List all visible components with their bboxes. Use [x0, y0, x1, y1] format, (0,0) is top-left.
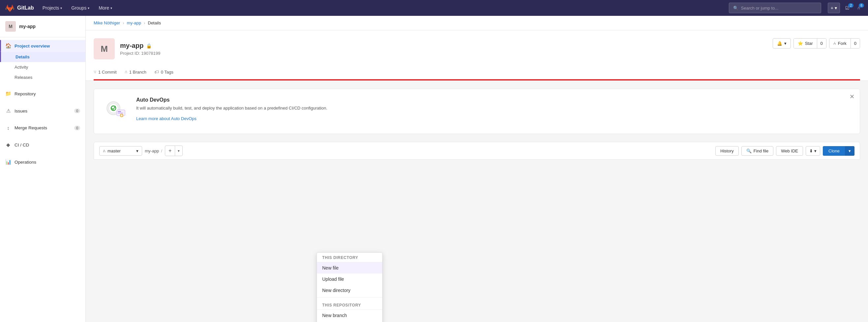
banner-illustration [102, 98, 128, 125]
breadcrumb-current: Details [148, 21, 161, 25]
project-title-row: M my-app 🔒 Project ID: 19078199 🔔 ▾ [94, 38, 860, 59]
sidebar-sub-item-activity[interactable]: Activity [0, 62, 85, 72]
download-button[interactable]: ⬇ ▾ [806, 146, 820, 156]
todo-badge: 2 [848, 3, 854, 8]
banner-content: Auto DevOps It will automatically build,… [136, 97, 328, 126]
dropdown-caret: ▾ [175, 147, 182, 155]
fork-button-group: ⑃ Fork 0 [829, 38, 860, 49]
tag-stat[interactable]: 🏷 0 Tags [154, 65, 174, 79]
branch-selector[interactable]: ⑃ master ▾ [99, 146, 142, 156]
breadcrumb: Mike Nöthiger › my-app › Details [86, 16, 868, 30]
content-area: ✕ Auto DevOps [86, 81, 868, 168]
top-navigation: GitLab Projects Groups More 🔍 Search or … [0, 0, 868, 16]
clone-button-group: Clone ▾ [823, 146, 855, 156]
sidebar-sub-item-details[interactable]: Details [0, 52, 85, 62]
search-bar[interactable]: 🔍 Search or jump to... [729, 3, 821, 13]
dropdown-section2-header: This repository [317, 300, 382, 310]
path-breadcrumb: my-app / [145, 148, 162, 153]
merge-request-button[interactable]: ⑃ 6 [855, 4, 863, 12]
banner-close-button[interactable]: ✕ [849, 93, 855, 100]
mr-badge: 6 [859, 3, 864, 8]
fork-count: 0 [851, 38, 860, 48]
branch-stat[interactable]: ⑃ 1 Branch [125, 65, 147, 79]
add-file-dropdown[interactable]: + ▾ [165, 146, 183, 156]
sidebar-item-issues[interactable]: ⚠ Issues 0 [0, 105, 85, 117]
toolbar-right: History 🔍 Find file Web IDE ⬇ ▾ Clone ▾ [715, 146, 855, 156]
cicd-icon: ◆ [5, 142, 11, 148]
star-count: 0 [817, 38, 826, 48]
search-icon-small: 🔍 [746, 148, 752, 153]
issues-icon: ⚠ [5, 108, 11, 114]
sidebar-item-operations[interactable]: 📊 Operations [0, 156, 85, 168]
search-icon: 🔍 [733, 6, 738, 10]
gitlab-logo[interactable]: GitLab [5, 3, 34, 12]
svg-rect-4 [118, 111, 121, 112]
tag-icon: 🏷 [154, 69, 159, 75]
learn-more-link[interactable]: Learn more about Auto DevOps [136, 116, 196, 121]
project-title-left: M my-app 🔒 Project ID: 19078199 [94, 38, 160, 59]
sidebar-item-project-overview[interactable]: 🏠 Project overview [0, 40, 85, 52]
sidebar-item-merge-requests[interactable]: ↕ Merge Requests 0 [0, 122, 85, 134]
file-browser-toolbar: ⑃ master ▾ my-app / + ▾ History 🔍 Fin [94, 142, 860, 160]
banner-description: It will automatically build, test, and d… [136, 105, 328, 112]
todo-button[interactable]: ☑ 2 [843, 4, 852, 12]
dropdown-divider [317, 297, 382, 298]
history-button[interactable]: History [715, 146, 738, 156]
sidebar-section-issues: ⚠ Issues 0 [0, 102, 85, 119]
mr-sidebar-badge: 0 [74, 126, 80, 130]
project-actions: 🔔 ▾ ⭐ Star 0 ⑃ [773, 38, 860, 49]
dropdown-new-directory[interactable]: New directory [317, 285, 382, 296]
page-layout: M my-app 🏠 Project overview Details Acti… [0, 16, 868, 322]
clone-dropdown-button[interactable]: ▾ [845, 146, 855, 156]
sidebar-sub-item-releases[interactable]: Releases [0, 72, 85, 83]
top-nav-icons: + ▾ ☑ 2 ⑃ 6 [828, 3, 863, 13]
commit-stat[interactable]: ⑂ 1 Commit [94, 65, 117, 79]
auto-devops-banner: ✕ Auto DevOps [94, 89, 860, 134]
dropdown-section1-header: This directory [317, 253, 382, 262]
stats-row: ⑂ 1 Commit ⑃ 1 Branch 🏷 0 Tags [94, 65, 860, 79]
progress-bar [94, 79, 860, 81]
branch-icon-small: ⑃ [103, 148, 105, 153]
more-nav[interactable]: More [95, 3, 116, 12]
sidebar-section-merge-requests: ↕ Merge Requests 0 [0, 119, 85, 136]
groups-nav[interactable]: Groups [68, 3, 93, 12]
repository-icon: 📁 [5, 91, 11, 97]
merge-icon: ↕ [5, 125, 11, 130]
breadcrumb-user[interactable]: Mike Nöthiger [94, 21, 120, 25]
sidebar: M my-app 🏠 Project overview Details Acti… [0, 16, 86, 322]
banner-title: Auto DevOps [136, 97, 328, 103]
sidebar-project-header[interactable]: M my-app [0, 16, 85, 37]
sidebar-item-cicd[interactable]: ◆ CI / CD [0, 139, 85, 151]
sidebar-item-repository[interactable]: 📁 Repository [0, 88, 85, 100]
lock-icon: 🔒 [146, 43, 152, 49]
project-title: my-app 🔒 [120, 42, 160, 50]
new-item-button[interactable]: + ▾ [828, 3, 840, 13]
sidebar-avatar: M [5, 21, 16, 32]
project-name-block: my-app 🔒 Project ID: 19078199 [120, 42, 160, 56]
issues-badge: 0 [74, 109, 80, 113]
projects-nav[interactable]: Projects [39, 3, 66, 12]
star-button-group: ⭐ Star 0 [794, 38, 827, 49]
web-ide-button[interactable]: Web IDE [776, 146, 803, 156]
home-icon: 🏠 [5, 43, 11, 49]
operations-icon: 📊 [5, 159, 11, 165]
notification-button[interactable]: 🔔 ▾ [773, 38, 791, 49]
banner-learn-more: Learn more about Auto DevOps [136, 115, 328, 122]
breadcrumb-project[interactable]: my-app [127, 21, 141, 25]
sidebar-section-repository: 📁 Repository [0, 85, 85, 102]
project-id: Project ID: 19078199 [120, 51, 160, 56]
svg-rect-5 [118, 113, 123, 114]
fork-button[interactable]: ⑃ Fork [829, 38, 851, 48]
directory-dropdown-menu: This directory New file Upload file New … [317, 253, 382, 322]
dropdown-new-file[interactable]: New file [317, 262, 382, 273]
project-header: M my-app 🔒 Project ID: 19078199 🔔 ▾ [86, 30, 868, 81]
find-file-button[interactable]: 🔍 Find file [741, 146, 774, 156]
branch-icon: ⑃ [125, 69, 127, 75]
clone-button[interactable]: Clone [823, 146, 845, 156]
dropdown-section2: This repository New branch New tag [317, 299, 382, 322]
star-button[interactable]: ⭐ Star [794, 38, 817, 48]
dropdown-new-branch[interactable]: New branch [317, 310, 382, 321]
sidebar-section-operations: 📊 Operations [0, 153, 85, 171]
dropdown-upload-file[interactable]: Upload file [317, 273, 382, 285]
main-content: Mike Nöthiger › my-app › Details M my-ap… [86, 16, 868, 322]
